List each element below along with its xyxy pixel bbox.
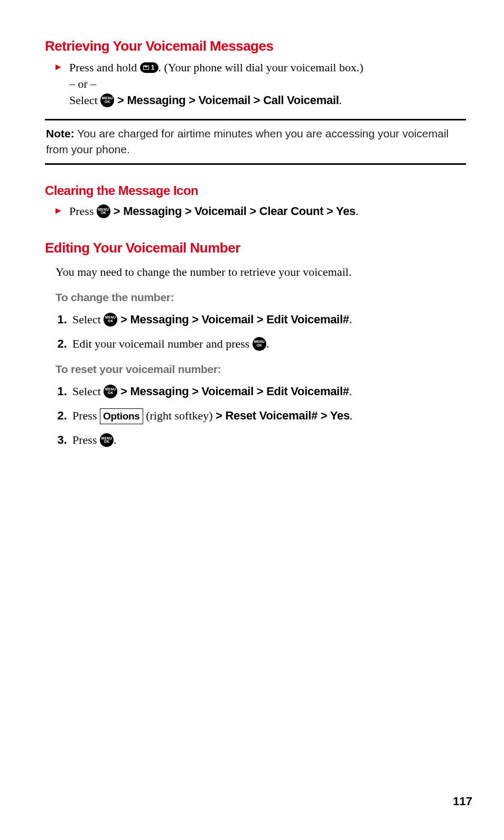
note-box: Note: You are charged for airtime minute…	[45, 119, 466, 165]
steps-change: Select MENUOK > Messaging > Voicemail > …	[55, 311, 466, 352]
text: . (Your phone will dial your voicemail b…	[158, 61, 363, 74]
bullet-item: Press and hold 1. (Your phone will dial …	[55, 60, 466, 108]
note-label: Note:	[46, 127, 74, 139]
softkey-options: Options	[100, 408, 143, 425]
subheading-change: To change the number:	[55, 291, 466, 304]
step: Press Options (right softkey) > Reset Vo…	[70, 407, 466, 425]
text: .	[349, 385, 352, 398]
or-separator: – or –	[69, 77, 96, 90]
section-retrieving-voicemail: Retrieving Your Voicemail Messages Press…	[45, 38, 466, 108]
text: .	[349, 313, 352, 326]
menu-ok-icon: MENUOK	[100, 433, 114, 447]
section-clearing-icon: Clearing the Message Icon Press MENUOK >…	[45, 183, 466, 220]
steps-reset: Select MENUOK > Messaging > Voicemail > …	[55, 383, 466, 449]
text: Press	[72, 409, 100, 422]
text: .	[266, 337, 269, 350]
text: Press	[72, 433, 100, 446]
step: Press MENUOK.	[70, 432, 466, 449]
text: .	[339, 94, 342, 107]
text: .	[114, 433, 117, 446]
note-text: You are charged for airtime minutes when…	[46, 127, 449, 155]
text: .	[356, 204, 359, 218]
heading-clearing: Clearing the Message Icon	[45, 183, 466, 198]
menu-ok-icon: MENUOK	[100, 94, 114, 107]
text: .	[350, 409, 353, 422]
text: (right softkey)	[143, 409, 216, 422]
menu-ok-icon: MENUOK	[253, 337, 266, 351]
menu-ok-icon: MENUOK	[104, 313, 117, 326]
text: Select	[72, 385, 104, 398]
nav-path: > Reset Voicemail# > Yes	[216, 409, 350, 422]
text: Edit your voicemail number and press	[72, 337, 253, 350]
step: Select MENUOK > Messaging > Voicemail > …	[70, 311, 466, 328]
nav-path: > Messaging > Voicemail > Edit Voicemail…	[117, 385, 349, 398]
manual-page: Retrieving Your Voicemail Messages Press…	[0, 0, 504, 840]
section-editing-number: Editing Your Voicemail Number You may ne…	[45, 240, 466, 449]
intro-text: You may need to change the number to ret…	[55, 264, 466, 281]
text: Select	[69, 94, 100, 107]
menu-ok-icon: MENUOK	[104, 385, 117, 398]
menu-ok-icon: MENUOK	[97, 204, 110, 218]
subheading-reset: To reset your voicemail number:	[55, 363, 466, 376]
text: Press	[69, 204, 97, 218]
heading-retrieving: Retrieving Your Voicemail Messages	[45, 38, 466, 54]
nav-path: > Messaging > Voicemail > Edit Voicemail…	[117, 313, 349, 326]
bullet-item: Press MENUOK > Messaging > Voicemail > C…	[55, 203, 466, 220]
step: Edit your voicemail number and press MEN…	[70, 335, 466, 352]
text: Press and hold	[69, 61, 140, 74]
key-1-icon: 1	[140, 62, 158, 73]
nav-path: > Messaging > Voicemail > Clear Count > …	[110, 204, 356, 218]
step: Select MENUOK > Messaging > Voicemail > …	[70, 383, 466, 400]
nav-path: > Messaging > Voicemail > Call Voicemail	[114, 94, 339, 107]
text: Select	[72, 313, 104, 326]
page-number: 117	[453, 795, 472, 808]
heading-editing: Editing Your Voicemail Number	[45, 240, 466, 256]
